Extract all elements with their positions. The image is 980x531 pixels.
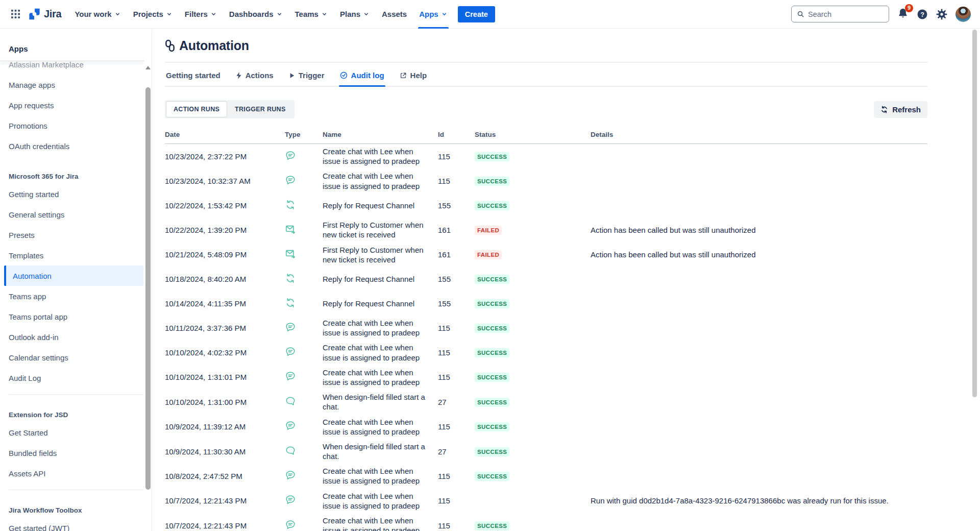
refresh-label: Refresh [892, 105, 921, 114]
tab-help[interactable]: Help [399, 71, 428, 86]
chat-icon [285, 346, 296, 357]
sidebar-item-templates[interactable]: Templates [0, 245, 143, 266]
refresh-button[interactable]: Refresh [874, 101, 927, 118]
cell-date: 10/7/2024, 12:21:43 PM [165, 496, 285, 505]
user-avatar[interactable] [955, 7, 971, 22]
cell-id: 115 [438, 177, 475, 185]
nav-item-teams[interactable]: Teams [289, 0, 334, 29]
status-badge: SUCCESS [475, 201, 509, 210]
sidebar-item-atlassian-marketplace[interactable]: Atlassian Marketplace [0, 62, 143, 75]
nav-item-apps[interactable]: Apps [413, 0, 454, 29]
cell-name: First Reply to Customer when new ticket … [323, 218, 438, 242]
cell-name: Create chat with Lee when issue is assig… [323, 168, 438, 193]
status-badge: SUCCESS [475, 521, 509, 530]
column-header-type: Type [285, 131, 323, 138]
nav-item-plans[interactable]: Plans [334, 0, 376, 29]
tab-actions[interactable]: Actions [235, 71, 275, 86]
sidebar-item-teams-app[interactable]: Teams app [0, 286, 143, 306]
sidebar-group-heading-microsoft-365-for-jira: Microsoft 365 for Jira [0, 168, 143, 184]
cell-type [285, 445, 323, 458]
cell-status: SUCCESS [475, 274, 591, 284]
cell-id: 155 [438, 299, 475, 308]
cell-date: 10/23/2024, 2:37:22 PM [165, 152, 285, 161]
table-row: 10/7/2024, 12:21:43 PMCreate chat with L… [165, 489, 927, 513]
cell-date: 10/23/2024, 10:32:37 AM [165, 177, 285, 185]
cell-name: Create chat with Lee when issue is assig… [323, 464, 438, 488]
nav-item-projects[interactable]: Projects [127, 0, 179, 29]
grid-icon [11, 9, 20, 19]
sidebar-item-assets-api[interactable]: Assets API [0, 463, 143, 484]
sidebar-item-audit-log[interactable]: Audit Log [0, 368, 143, 388]
nav-item-dashboards[interactable]: Dashboards [223, 0, 289, 29]
sidebar-item-teams-portal-app[interactable]: Teams portal app [0, 306, 143, 327]
cell-name: Create chat with Lee when issue is assig… [323, 365, 438, 390]
notifications-button[interactable]: 9 [897, 8, 909, 21]
cell-date: 10/9/2024, 11:39:12 AM [165, 422, 285, 431]
jira-logo[interactable]: Jira [28, 7, 61, 21]
sidebar-item-manage-apps[interactable]: Manage apps [0, 75, 143, 95]
help-icon[interactable]: ? [917, 9, 928, 20]
bubble-icon [285, 396, 296, 407]
cell-details: Action has been called but was still una… [591, 226, 927, 234]
sidebar-item-oauth-credentials[interactable]: OAuth credentials [0, 136, 143, 156]
sidebar-scrollbar[interactable] [145, 62, 151, 531]
cell-id: 115 [438, 348, 475, 357]
title-divider [165, 62, 927, 63]
cell-name: Create chat with Lee when issue is assig… [323, 144, 438, 168]
scrollbar-up-arrow[interactable] [145, 66, 151, 69]
search-icon [797, 10, 804, 18]
table-row: 10/22/2024, 1:53:42 PMReply for Request … [165, 194, 927, 218]
sidebar-item-promotions[interactable]: Promotions [0, 115, 143, 136]
tab-label: Actions [246, 71, 274, 80]
cell-status: SUCCESS [475, 447, 591, 456]
nav-item-label: Your work [75, 10, 111, 18]
sidebar-divider [9, 394, 143, 395]
sidebar-item-automation[interactable]: Automation [4, 266, 143, 286]
cell-status: FAILED [475, 250, 591, 259]
cell-name: When design-field filled start a chat. [323, 390, 438, 414]
chevron-down-icon [210, 11, 217, 17]
sidebar-item-general-settings[interactable]: General settings [0, 204, 143, 225]
search-input[interactable] [808, 10, 874, 18]
sidebar-item-bundled-fields[interactable]: Bundled fields [0, 443, 143, 463]
cell-status: SUCCESS [475, 521, 591, 530]
nav-item-your-work[interactable]: Your work [68, 0, 127, 29]
cell-type [285, 494, 323, 507]
sidebar-item-presets[interactable]: Presets [0, 225, 143, 245]
chat-icon [285, 150, 296, 161]
sync-icon [285, 297, 296, 308]
toolbar: ACTION RUNSTRIGGER RUNS Refresh [165, 100, 927, 118]
tab-trigger[interactable]: Trigger [288, 71, 326, 86]
toggle-option-trigger-runs[interactable]: TRIGGER RUNS [227, 101, 293, 117]
sidebar-item-calendar-settings[interactable]: Calendar settings [0, 347, 143, 368]
cell-type [285, 396, 323, 408]
chat-icon [285, 371, 296, 382]
cell-id: 115 [438, 496, 475, 505]
tab-audit-log[interactable]: Audit log [339, 71, 385, 86]
sidebar-item-get-started[interactable]: Get Started [0, 422, 143, 443]
cell-status: SUCCESS [475, 176, 591, 186]
page-scrollbar-thumb[interactable] [972, 30, 977, 397]
table-row: 10/23/2024, 10:32:37 AMCreate chat with … [165, 168, 927, 193]
nav-item-assets[interactable]: Assets [376, 0, 413, 29]
cell-type [285, 519, 323, 531]
app-switcher-grid-icon[interactable] [6, 5, 24, 23]
cell-status: SUCCESS [475, 201, 591, 210]
cell-type [285, 322, 323, 334]
sidebar-item-app-requests[interactable]: App requests [0, 95, 143, 115]
gear-icon[interactable] [936, 9, 947, 20]
create-button[interactable]: Create [458, 6, 495, 22]
toggle-option-action-runs[interactable]: ACTION RUNS [166, 101, 227, 117]
table-row: 10/23/2024, 2:37:22 PMCreate chat with L… [165, 144, 927, 168]
tab-getting-started[interactable]: Getting started [165, 71, 222, 86]
tab-label: Audit log [351, 71, 384, 80]
table-row: 10/8/2024, 2:47:52 PMCreate chat with Le… [165, 464, 927, 488]
sidebar-scrollbar-thumb[interactable] [145, 87, 151, 490]
sidebar-item-getting-started[interactable]: Getting started [0, 184, 143, 204]
sidebar-item-get-started-jwt[interactable]: Get started (JWT) [0, 518, 143, 531]
global-search[interactable] [791, 6, 889, 22]
nav-item-filters[interactable]: Filters [179, 0, 223, 29]
sidebar-item-outlook-add-in[interactable]: Outlook add-in [0, 327, 143, 347]
runs-toggle: ACTION RUNSTRIGGER RUNS [165, 100, 295, 118]
sidebar-menu: Atlassian MarketplaceManage appsApp requ… [0, 62, 152, 531]
